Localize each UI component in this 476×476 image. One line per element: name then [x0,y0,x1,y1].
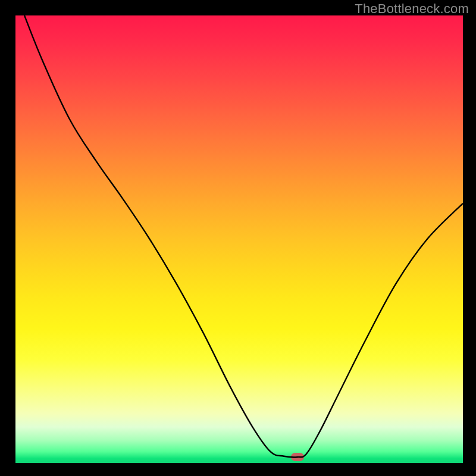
watermark-text: TheBottleneck.com [355,1,469,17]
bottleneck-curve [15,15,463,463]
plot-area [15,15,463,463]
chart-container: TheBottleneck.com [0,0,476,476]
